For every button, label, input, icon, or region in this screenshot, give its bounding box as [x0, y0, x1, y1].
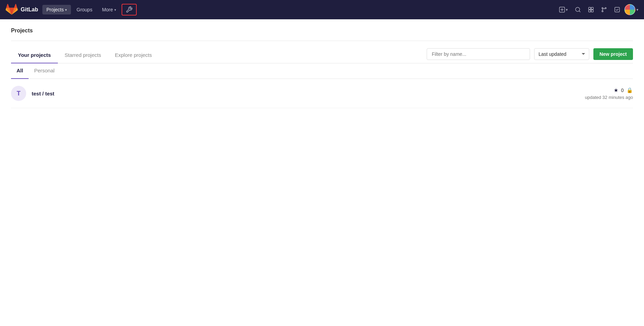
navbar: GitLab Projects ▾ Groups More ▾ ▾ [0, 0, 644, 19]
groups-nav-btn[interactable]: Groups [72, 5, 96, 14]
admin-tool-button[interactable] [122, 4, 137, 16]
todos-icon [614, 7, 620, 13]
svg-rect-5 [591, 10, 593, 12]
page-title: Projects [11, 28, 633, 34]
create-chevron-icon: ▾ [566, 8, 568, 12]
svg-rect-3 [591, 7, 593, 9]
tab-starred-projects[interactable]: Starred projects [58, 48, 108, 63]
project-list: T test / test ★ 0 🔒 updated 32 minutes a… [11, 79, 633, 108]
star-icon: ★ [614, 87, 618, 93]
plus-icon [559, 7, 565, 13]
header-controls: Last updated Last created Oldest updated… [427, 48, 633, 63]
more-nav-btn[interactable]: More ▾ [98, 5, 120, 14]
wrench-icon [126, 6, 133, 13]
projects-tab-group: Your projects Starred projects Explore p… [11, 48, 427, 63]
filter-tab-all[interactable]: All [11, 63, 29, 79]
projects-header: Your projects Starred projects Explore p… [11, 48, 633, 63]
search-icon [575, 7, 581, 13]
brand-link[interactable]: GitLab [6, 3, 38, 16]
user-avatar-btn[interactable]: ▾ [624, 4, 638, 15]
layout-btn[interactable] [585, 4, 597, 15]
project-name-link[interactable]: test / test [32, 91, 54, 96]
divider [11, 41, 633, 41]
navbar-right: ▾ [556, 4, 638, 15]
star-count: 0 [621, 88, 624, 93]
tab-explore-projects[interactable]: Explore projects [108, 48, 159, 63]
merge-requests-btn[interactable] [598, 4, 610, 15]
table-row: T test / test ★ 0 🔒 updated 32 minutes a… [11, 79, 633, 108]
lock-icon: 🔒 [626, 87, 633, 93]
search-btn[interactable] [572, 4, 584, 15]
project-avatar: T [11, 86, 26, 101]
filter-by-name-input[interactable] [427, 48, 530, 60]
more-chevron-icon: ▾ [114, 8, 116, 12]
create-new-btn[interactable]: ▾ [556, 4, 571, 15]
svg-rect-2 [589, 7, 591, 9]
sort-select[interactable]: Last updated Last created Oldest updated… [534, 48, 589, 60]
brand-text: GitLab [21, 7, 38, 13]
main-content: Projects Your projects Starred projects … [0, 19, 644, 116]
project-meta: ★ 0 🔒 updated 32 minutes ago [585, 87, 633, 100]
avatar-chevron-icon: ▾ [636, 8, 638, 12]
filter-tab-personal[interactable]: Personal [29, 63, 60, 79]
projects-chevron-icon: ▾ [65, 8, 67, 12]
projects-nav-btn[interactable]: Projects ▾ [42, 5, 71, 14]
todos-btn[interactable] [611, 4, 623, 15]
project-stats: ★ 0 🔒 [614, 87, 633, 93]
user-avatar [624, 4, 635, 15]
project-updated-time: updated 32 minutes ago [585, 95, 633, 100]
layout-icon [588, 7, 594, 13]
merge-requests-icon [601, 7, 607, 13]
svg-rect-9 [615, 7, 620, 12]
filter-tabs: All Personal [11, 63, 633, 79]
tab-your-projects[interactable]: Your projects [11, 48, 58, 63]
new-project-button[interactable]: New project [593, 48, 633, 60]
gitlab-logo-icon [6, 3, 18, 16]
svg-rect-4 [589, 10, 591, 12]
